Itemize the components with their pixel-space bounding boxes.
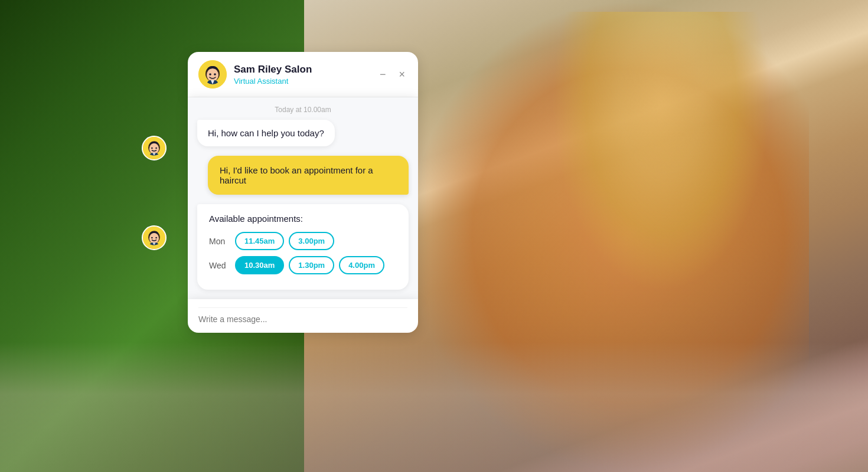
chat-body: Today at 10.00am Hi, how can I help you … bbox=[188, 97, 418, 299]
svg-point-2 bbox=[149, 143, 159, 154]
time-slot-wed-1030[interactable]: 10.30am bbox=[235, 256, 284, 274]
time-slot-mon-1145[interactable]: 11.45am bbox=[235, 232, 284, 250]
chat-header: Sam Riley Salon Virtual Assistant − × bbox=[188, 52, 418, 97]
message-input[interactable] bbox=[198, 314, 407, 324]
time-slot-mon-300[interactable]: 3.00pm bbox=[289, 232, 334, 250]
bot-greeting-bubble: Hi, how can I help you today? bbox=[197, 120, 335, 146]
appointments-title: Available appointments: bbox=[209, 214, 397, 224]
time-slot-wed-400[interactable]: 4.00pm bbox=[339, 256, 384, 274]
svg-point-13 bbox=[209, 73, 211, 76]
day-label-wed: Wed bbox=[209, 261, 230, 270]
day-label-mon: Mon bbox=[209, 237, 230, 246]
chat-title: Sam Riley Salon bbox=[234, 64, 370, 76]
svg-point-12 bbox=[207, 68, 218, 81]
day-row-mon: Mon 11.45am 3.00pm bbox=[209, 232, 397, 250]
svg-point-9 bbox=[155, 237, 157, 239]
user-message-row: Hi, I'd like to book an appointment for … bbox=[188, 156, 418, 204]
user-message-bubble: Hi, I'd like to book an appointment for … bbox=[208, 156, 409, 195]
background-photo bbox=[0, 0, 868, 472]
close-button[interactable]: × bbox=[396, 68, 407, 81]
header-avatar bbox=[198, 60, 227, 88]
input-separator bbox=[198, 307, 407, 308]
chat-header-actions: − × bbox=[377, 68, 407, 81]
chat-subtitle: Virtual Assistant bbox=[234, 77, 370, 86]
svg-point-8 bbox=[151, 237, 153, 239]
day-row-wed: Wed 10.30am 1.30pm 4.00pm bbox=[209, 256, 397, 274]
svg-point-3 bbox=[151, 148, 153, 149]
chat-timestamp: Today at 10.00am bbox=[188, 97, 418, 120]
bot-greeting-row: Hi, how can I help you today? bbox=[188, 120, 418, 156]
appointments-row: Available appointments: Mon 11.45am 3.00… bbox=[188, 204, 418, 299]
time-slot-wed-130[interactable]: 1.30pm bbox=[289, 256, 334, 274]
bot-avatar-greeting bbox=[142, 136, 167, 160]
minimize-button[interactable]: − bbox=[377, 68, 389, 81]
bot-avatar-appointments bbox=[142, 225, 167, 250]
chat-input-area bbox=[188, 299, 418, 333]
appointments-card: Available appointments: Mon 11.45am 3.00… bbox=[197, 204, 409, 290]
chat-header-info: Sam Riley Salon Virtual Assistant bbox=[234, 64, 370, 86]
svg-point-14 bbox=[214, 73, 216, 76]
hair-overlay bbox=[543, 12, 779, 307]
chat-widget: Sam Riley Salon Virtual Assistant − × To… bbox=[188, 52, 418, 333]
svg-point-7 bbox=[149, 233, 159, 244]
ground-overlay bbox=[0, 342, 868, 472]
svg-point-4 bbox=[155, 148, 157, 149]
